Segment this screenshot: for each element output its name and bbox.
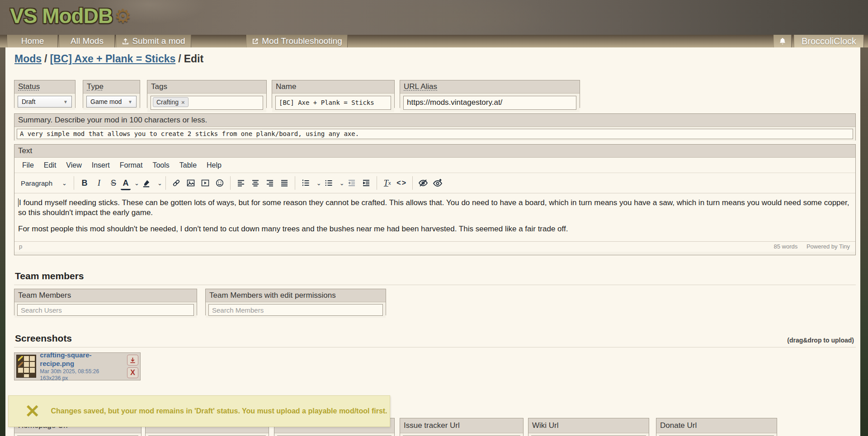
screenshot-date: Mar 30th 2025, 08:55:26	[40, 368, 123, 375]
team-members-edit-fieldset: Team Members with edit permissions Searc…	[205, 289, 386, 315]
breadcrumb-current: Edit	[184, 53, 203, 65]
emoji-button[interactable]	[212, 175, 227, 191]
strikethrough-button[interactable]: S	[106, 175, 121, 191]
nav-all-mods-label: All Mods	[71, 36, 104, 46]
summary-input[interactable]: A very simple mod that allows you to cre…	[17, 129, 853, 139]
nav-all-mods[interactable]: All Mods	[59, 35, 115, 47]
editor-toolbar: Paragraph ⌄ B I S A ⌄ ⌄	[14, 173, 855, 193]
nav-home[interactable]: Home	[7, 35, 58, 47]
nav-mod-troubleshooting[interactable]: Mod Troubleshooting	[246, 35, 348, 47]
paragraph-text: I found myself needing sticks. These can…	[18, 198, 849, 217]
menu-insert[interactable]: Insert	[88, 160, 114, 170]
menu-tools[interactable]: Tools	[148, 160, 173, 170]
paragraph-select[interactable]: Paragraph ⌄	[17, 175, 71, 191]
tags-label: Tags	[147, 80, 266, 94]
site-logo[interactable]: VS ModDB ⚙	[10, 4, 132, 28]
dropdown-arrow-icon: ▼	[63, 99, 68, 104]
name-input[interactable]: [BC] Axe + Plank = Sticks	[275, 96, 391, 110]
gear-icon: ⚙	[114, 5, 132, 27]
type-value: Game mod	[90, 98, 122, 105]
wiki-url-label: Wiki Url	[528, 418, 649, 433]
highlight-button[interactable]	[139, 175, 154, 191]
spoiler-reveal-button[interactable]	[430, 175, 445, 191]
toolbar-divider	[412, 176, 413, 190]
word-count[interactable]: 85 words	[774, 243, 798, 250]
align-justify-button[interactable]	[277, 175, 292, 191]
chevron-down-icon[interactable]: ⌄	[134, 180, 139, 187]
download-screenshot-button[interactable]	[127, 355, 138, 366]
clear-formatting-button[interactable]: Tx	[380, 175, 395, 191]
align-left-button[interactable]	[234, 175, 248, 191]
notifications-button[interactable]	[774, 35, 792, 47]
status-value: Draft	[22, 98, 35, 105]
chevron-down-icon[interactable]: ⌄	[340, 180, 344, 187]
menu-table[interactable]: Table	[175, 160, 201, 170]
section-divider	[14, 285, 856, 285]
breadcrumb-mods-link[interactable]: Mods	[14, 53, 42, 65]
team-members-search-input[interactable]: Search Users	[17, 304, 194, 316]
name-label: Name	[272, 80, 394, 94]
issue-tracker-url-label: Issue tracker Url	[400, 418, 523, 433]
code-view-button[interactable]: <>	[395, 175, 409, 191]
search-users-placeholder: Search Users	[21, 306, 62, 314]
url-alias-input[interactable]: https://mods.vintagestory.at/	[403, 96, 576, 110]
align-right-button[interactable]	[263, 175, 277, 191]
dropdown-arrow-icon: ▼	[128, 99, 132, 104]
nav-submit-mod[interactable]: Submit a mod	[116, 35, 191, 47]
menu-format[interactable]: Format	[116, 160, 147, 170]
powered-by-tiny[interactable]: Powered by Tiny	[807, 243, 850, 250]
toolbar-divider	[165, 176, 166, 190]
donate-url-label: Donate Url	[656, 418, 777, 433]
align-center-button[interactable]	[248, 175, 263, 191]
status-select[interactable]: Draft ▼	[18, 96, 72, 108]
indent-button[interactable]	[359, 175, 373, 191]
name-fieldset: Name [BC] Axe + Plank = Sticks	[272, 80, 395, 108]
editor-content[interactable]: I found myself needing sticks. These can…	[14, 193, 855, 241]
editor-statusbar: p 85 words Powered by Tiny	[14, 241, 855, 252]
delete-screenshot-button[interactable]: X	[127, 367, 138, 378]
spoiler-hide-button[interactable]	[416, 175, 430, 191]
user-menu[interactable]: BroccoliClock	[794, 35, 864, 47]
screenshot-filename-link[interactable]: crafting-square-recipe.png	[40, 351, 123, 368]
main-content: Mods/[BC] Axe + Plank = Sticks/Edit Stat…	[5, 47, 860, 436]
text-cursor	[18, 198, 19, 207]
breadcrumb-mod-link[interactable]: [BC] Axe + Plank = Sticks	[50, 53, 175, 65]
screenshot-dimensions: 163x236 px	[40, 375, 123, 382]
dragdrop-hint: (drag&drop to upload)	[787, 337, 854, 344]
breadcrumb-separator: /	[175, 53, 184, 65]
thumb-output-cell	[24, 374, 29, 377]
bold-button[interactable]: B	[77, 175, 92, 191]
media-button[interactable]	[198, 175, 212, 191]
unordered-list-button[interactable]	[321, 175, 336, 191]
screenshot-thumbnail[interactable]	[16, 355, 36, 378]
toast-message: Changes saved, but your mod remains in '…	[51, 407, 387, 415]
nav-submit-mod-label: Submit a mod	[132, 36, 185, 46]
ordered-list-button[interactable]	[298, 175, 313, 191]
chevron-down-icon[interactable]: ⌄	[157, 180, 162, 187]
thumb-cell	[18, 356, 23, 361]
remove-tag-icon[interactable]: ×	[181, 99, 185, 106]
nav-home-label: Home	[21, 36, 44, 46]
italic-button[interactable]: I	[92, 175, 106, 191]
chevron-down-icon[interactable]: ⌄	[316, 180, 321, 187]
tag-chip-label: Crafting	[156, 98, 179, 106]
team-members-label: Team Members	[14, 289, 197, 302]
breadcrumb-separator: /	[42, 53, 50, 65]
text-color-button[interactable]: A	[121, 178, 131, 190]
donate-url-fieldset: Donate Url	[656, 418, 777, 436]
link-button[interactable]	[169, 175, 184, 191]
tags-input[interactable]: Crafting ×	[151, 96, 263, 110]
menu-file[interactable]: File	[18, 160, 38, 170]
image-button[interactable]	[184, 175, 198, 191]
type-select[interactable]: Game mod ▼	[86, 96, 137, 108]
team-members-edit-search-input[interactable]: Search Members	[208, 304, 383, 316]
outdent-button[interactable]	[344, 175, 359, 191]
menu-edit[interactable]: Edit	[40, 160, 61, 170]
toolbar-divider	[74, 176, 74, 190]
upload-icon	[122, 38, 129, 45]
element-path[interactable]: p	[19, 243, 22, 250]
screenshot-meta: crafting-square-recipe.png Mar 30th 2025…	[40, 355, 123, 378]
menu-view[interactable]: View	[62, 160, 85, 170]
menu-help[interactable]: Help	[203, 160, 226, 170]
status-toast[interactable]: ✕ Changes saved, but your mod remains in…	[8, 395, 390, 427]
